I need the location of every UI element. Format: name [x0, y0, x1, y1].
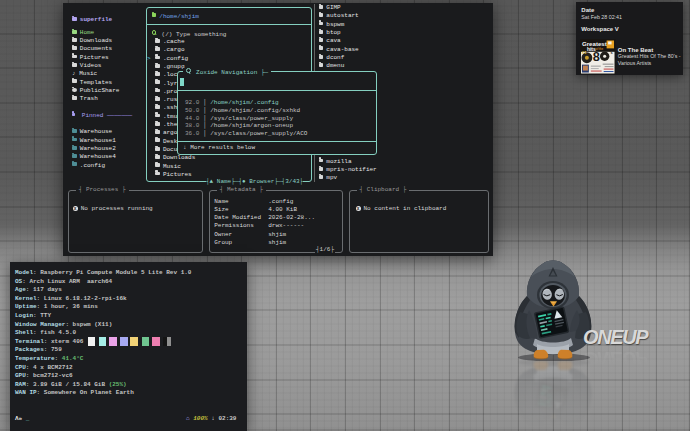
svg-text:8: 8 [593, 48, 600, 63]
svg-text:Greatest: Greatest [582, 39, 607, 46]
